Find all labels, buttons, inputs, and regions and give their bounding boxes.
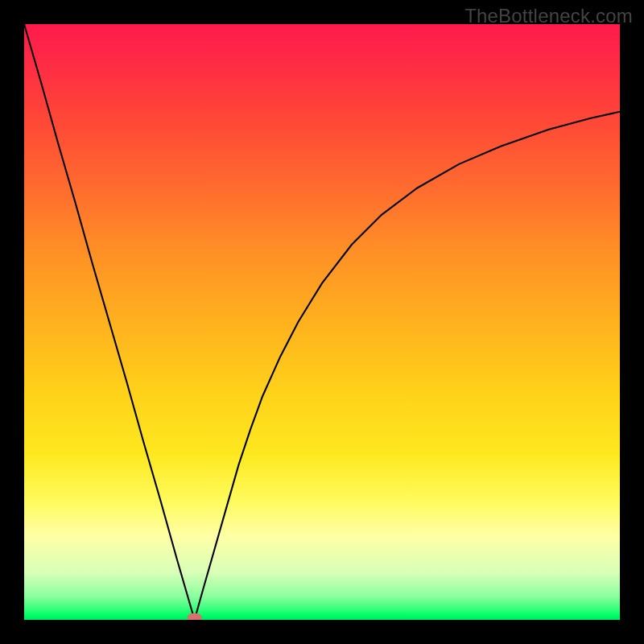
chart-frame: TheBottleneck.com [0,0,644,644]
minimum-marker [188,613,202,621]
bottleneck-curve [24,24,620,620]
curve-path [24,24,620,620]
plot-area [24,24,620,620]
